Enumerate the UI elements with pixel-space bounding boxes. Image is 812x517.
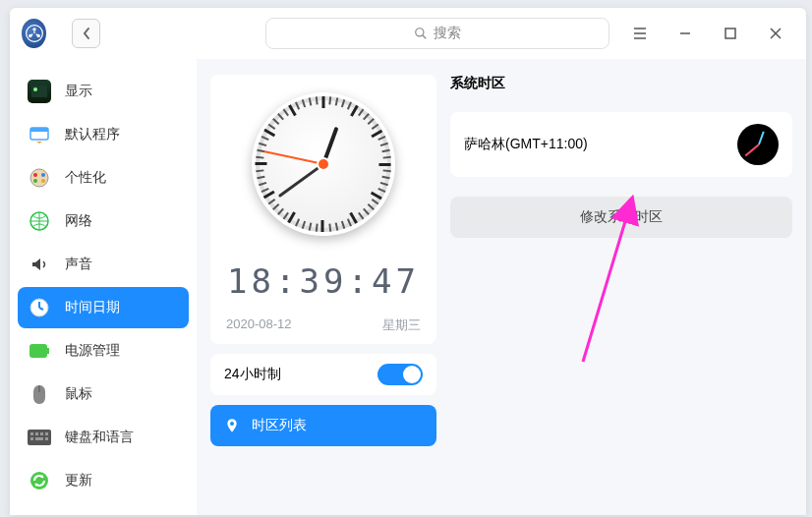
maximize-button[interactable] [708, 14, 753, 53]
sidebar-item-personalization[interactable]: 个性化 [18, 157, 189, 199]
svg-point-4 [416, 29, 424, 36]
search-icon [414, 27, 428, 40]
sidebar-item-datetime[interactable]: 时间日期 [18, 287, 189, 328]
default-apps-icon [28, 123, 51, 146]
sidebar-item-default-apps[interactable]: 默认程序 [18, 114, 189, 155]
digital-time: 18:39:47 [227, 261, 420, 301]
sidebar-item-power[interactable]: 电源管理 [18, 330, 189, 372]
sidebar-item-label: 时间日期 [65, 299, 120, 316]
sidebar-item-update[interactable]: 更新 [18, 460, 189, 501]
clock-icon [28, 296, 51, 319]
svg-rect-34 [45, 432, 48, 435]
body: 显示 默认程序 个性化 网络 声音 时间日期 [10, 59, 806, 515]
app-logo-icon [22, 19, 46, 48]
network-icon [28, 209, 51, 233]
close-button[interactable] [753, 14, 798, 53]
sidebar: 显示 默认程序 个性化 网络 声音 时间日期 [10, 59, 197, 515]
minimize-button[interactable] [663, 14, 708, 53]
current-timezone-row: 萨哈林(GMT+11:00) [450, 112, 792, 177]
sidebar-item-label: 网络 [65, 212, 92, 230]
svg-point-21 [41, 179, 45, 183]
timezone-mini-clock-icon [737, 124, 779, 165]
sidebar-item-label: 鼠标 [65, 385, 92, 403]
weekday-value: 星期三 [382, 316, 421, 334]
sidebar-item-mouse[interactable]: 鼠标 [18, 373, 189, 415]
svg-rect-28 [47, 348, 49, 354]
svg-rect-33 [40, 432, 43, 435]
sidebar-item-network[interactable]: 网络 [18, 201, 189, 242]
keyboard-icon [28, 426, 51, 449]
menu-button[interactable] [617, 14, 663, 53]
svg-point-39 [230, 422, 234, 426]
current-timezone-value: 萨哈林(GMT+11:00) [464, 136, 588, 153]
svg-point-19 [41, 173, 45, 177]
sidebar-item-label: 默认程序 [65, 126, 120, 144]
svg-rect-36 [35, 437, 43, 440]
svg-rect-31 [30, 432, 33, 435]
svg-point-18 [33, 173, 37, 177]
date-value: 2020-08-12 [226, 316, 292, 334]
search-placeholder: 搜索 [434, 25, 461, 42]
svg-rect-27 [29, 344, 47, 358]
svg-point-38 [30, 472, 48, 489]
svg-point-1 [32, 28, 35, 30]
svg-rect-32 [35, 432, 38, 435]
svg-rect-37 [45, 437, 48, 440]
titlebar: 搜索 [10, 8, 806, 59]
clock-pivot [319, 159, 328, 169]
timezone-list-label: 时区列表 [252, 417, 307, 434]
display-icon [28, 80, 51, 103]
svg-point-14 [33, 87, 37, 91]
svg-rect-16 [30, 128, 48, 132]
svg-point-20 [33, 179, 37, 183]
svg-rect-35 [30, 437, 33, 440]
analog-clock [252, 92, 395, 236]
update-icon [28, 469, 51, 492]
sidebar-item-label: 声音 [65, 256, 92, 273]
window-controls [617, 14, 798, 53]
change-timezone-button[interactable]: 修改系统时区 [450, 197, 792, 238]
sidebar-item-label: 个性化 [65, 169, 106, 187]
sidebar-item-label: 电源管理 [65, 342, 120, 360]
hour24-label: 24小时制 [224, 366, 281, 383]
sidebar-item-label: 更新 [65, 472, 92, 489]
hour24-switch[interactable] [377, 364, 423, 385]
svg-point-17 [30, 169, 48, 187]
back-button[interactable] [72, 19, 100, 48]
sidebar-item-display[interactable]: 显示 [18, 71, 189, 112]
search-input[interactable]: 搜索 [265, 18, 609, 49]
sidebar-item-keyboard[interactable]: 键盘和语言 [18, 417, 189, 458]
personalization-icon [28, 166, 51, 190]
system-timezone-title: 系统时区 [450, 75, 792, 92]
sound-icon [28, 253, 51, 276]
settings-window: 搜索 显示 默认程序 个性化 网络 [10, 8, 806, 515]
date-row: 2020-08-12 星期三 [222, 316, 425, 334]
sidebar-item-label: 键盘和语言 [65, 429, 134, 446]
svg-rect-10 [725, 29, 735, 38]
sidebar-item-label: 显示 [65, 83, 92, 100]
hour24-toggle-row[interactable]: 24小时制 [210, 354, 436, 395]
sidebar-item-sound[interactable]: 声音 [18, 244, 189, 285]
location-icon [224, 418, 240, 433]
svg-line-5 [423, 35, 427, 39]
svg-rect-13 [31, 86, 47, 97]
main-content: 18:39:47 2020-08-12 星期三 24小时制 时区列表 系统时区 [197, 59, 806, 515]
mouse-icon [28, 382, 51, 406]
timezone-list-button[interactable]: 时区列表 [210, 405, 436, 446]
clock-card: 18:39:47 2020-08-12 星期三 [210, 75, 436, 344]
power-icon [28, 339, 51, 363]
second-hand [263, 150, 323, 165]
minute-hand [278, 163, 324, 198]
